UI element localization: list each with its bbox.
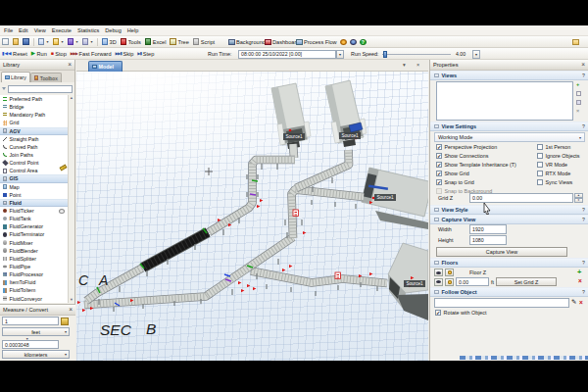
tab-library[interactable]: Library (1, 72, 30, 82)
help-icon[interactable]: ? (582, 73, 585, 78)
checkbox-sync-views[interactable]: Sync Views (537, 179, 572, 185)
scroll-down-icon[interactable]: ▼ (69, 298, 74, 302)
stop-button[interactable]: ■Stop (49, 49, 69, 59)
help-button[interactable]: ? (360, 37, 367, 47)
run-speed-slider[interactable] (382, 49, 451, 59)
checkbox-snap-to-grid[interactable]: ✓Snap to Grid (436, 179, 474, 185)
color-tool-button[interactable]: ▾ (66, 37, 80, 47)
library-item[interactable]: Bridge (0, 103, 69, 111)
working-mode-header[interactable]: Working Mode ▾ (434, 132, 585, 142)
checkbox-1st-person[interactable]: 1st Person (537, 144, 570, 150)
menu-edit[interactable]: Edit (16, 27, 31, 33)
clear-follow-icon[interactable]: × (579, 299, 583, 306)
library-section-fluid[interactable]: Fluid (0, 199, 69, 207)
floor-lock-toggle[interactable] (445, 278, 454, 286)
section-capture-view[interactable]: Capture View? (430, 215, 588, 224)
library-item[interactable]: Join Paths (0, 151, 69, 159)
connect-tool-button[interactable]: ▾ (51, 37, 66, 47)
width-input[interactable]: 1920 (469, 224, 507, 234)
script-button[interactable]: Script (191, 37, 217, 47)
run-button[interactable]: ▶Run (29, 49, 49, 59)
help-icon[interactable]: ? (582, 207, 585, 213)
measure-close-icon[interactable]: × (69, 307, 73, 313)
properties-close-icon[interactable]: × (581, 62, 585, 68)
grid-z-input[interactable]: 0.00 (469, 193, 573, 203)
library-item[interactable]: Control Area (0, 167, 69, 174)
library-item[interactable]: FluidPipe (0, 263, 69, 270)
help-icon[interactable]: ? (582, 217, 585, 222)
floor-visible-toggle[interactable] (434, 269, 443, 276)
checkbox-rtx-mode[interactable]: RTX Mode (537, 171, 570, 176)
floor-visible-toggle[interactable] (434, 278, 443, 286)
floor-lock-toggle[interactable] (445, 269, 454, 276)
library-item[interactable]: FluidTank (0, 215, 69, 222)
library-item[interactable]: Curved Path (0, 143, 69, 151)
viewport-close-icon[interactable]: × (416, 62, 419, 68)
new-button[interactable] (0, 37, 11, 47)
settings-button[interactable] (340, 37, 347, 47)
slider-handle[interactable] (383, 51, 387, 58)
remove-floor-icon[interactable]: × (578, 277, 582, 284)
section-view-settings[interactable]: View Settings? (430, 122, 588, 131)
section-views[interactable]: Views? (430, 71, 588, 80)
library-section-agv[interactable]: AGV (0, 127, 69, 135)
viewport-3d[interactable]: Model ▾ × (76, 60, 428, 361)
tools-button[interactable]: Tools (119, 37, 143, 47)
library-item[interactable]: Control Point (0, 159, 69, 167)
library-item[interactable]: Preferred Path (0, 95, 69, 103)
step-button[interactable]: ▶▮Step (135, 49, 156, 59)
delete-view-icon[interactable]: × (576, 109, 579, 115)
scene-3d[interactable]: Source1 Source1 Source1 Source1 C A SEC … (76, 72, 428, 361)
library-item[interactable]: FluidToItem (0, 286, 69, 294)
floor-z-input[interactable]: 0.00 (456, 277, 489, 286)
measure-unit-from-select[interactable]: feet▾ (2, 327, 70, 336)
checkbox-show-connections[interactable]: ✓Show Connections (436, 153, 488, 159)
menu-view[interactable]: View (31, 27, 49, 33)
tree-button[interactable]: Tree (168, 37, 190, 47)
menu-help[interactable]: Help (124, 27, 142, 33)
checkbox-rotate-with-object[interactable]: ✓Rotate with Object (435, 310, 487, 316)
set-grid-z-button[interactable]: Set Grid Z (496, 277, 557, 286)
save-button[interactable] (21, 37, 31, 47)
help-icon[interactable]: ? (582, 289, 585, 295)
library-item[interactable]: FluidMixer (0, 239, 69, 247)
library-item[interactable]: FluidProcessor (0, 270, 69, 278)
excel-button[interactable]: Excel (143, 37, 169, 47)
library-scrollbar[interactable]: ▲ ▼ (68, 95, 74, 303)
measure-value-input[interactable]: 1 (2, 317, 59, 325)
source-label[interactable]: Source1 (374, 194, 396, 201)
select-tool-button[interactable]: ▾ (36, 37, 51, 47)
grid-z-spinner[interactable]: ▲▼ (574, 193, 583, 203)
skip-button[interactable]: ▶▶▮Skip (114, 49, 136, 59)
follow-object-input[interactable] (434, 298, 569, 308)
tab-toolbox[interactable]: Toolbox (30, 73, 62, 82)
tab-model[interactable]: Model (88, 61, 122, 72)
conveyor-left-tail[interactable] (86, 269, 142, 302)
help-icon[interactable]: ? (582, 123, 585, 129)
library-item[interactable]: Map (0, 183, 69, 191)
measure-result-input[interactable]: 0.0003048 (2, 340, 59, 349)
add-view-icon[interactable]: + (576, 82, 579, 88)
checkbox-vr-mode[interactable]: VR Mode (537, 162, 567, 168)
menu-debug[interactable]: Debug (102, 27, 123, 33)
measure-unit-to-select[interactable]: kilometers▾ (2, 350, 70, 359)
library-item[interactable]: FluidTerminator (0, 230, 69, 238)
library-item[interactable]: FluidBlender (0, 247, 69, 255)
eyedropper-icon[interactable]: ✎ (571, 298, 576, 306)
menu-execute[interactable]: Execute (49, 27, 74, 33)
capture-view-button[interactable]: Capture View (436, 247, 567, 257)
fast-forward-button[interactable]: ▶▶▶Fast Forward (69, 49, 114, 59)
conveyor-from-truck-b[interactable] (296, 150, 349, 188)
conveyor-branch-right[interactable] (251, 271, 387, 284)
run-time-dropdown[interactable]: ▾ (336, 49, 344, 59)
library-filter-input[interactable] (8, 85, 73, 93)
library-item[interactable]: Grid (0, 119, 69, 126)
library-item[interactable]: FluidConveyor (0, 295, 69, 303)
user-button[interactable] (350, 37, 357, 47)
workspace-button[interactable] (572, 37, 579, 47)
section-floors[interactable]: Floors? (430, 258, 588, 268)
height-input[interactable]: 1080 (469, 235, 507, 245)
source-label[interactable]: Source1 (283, 133, 305, 140)
run-time-input[interactable]: 08:00:00 25/10/2022 [0.00] (238, 49, 336, 59)
conveyor-bottom-left[interactable] (84, 293, 211, 305)
